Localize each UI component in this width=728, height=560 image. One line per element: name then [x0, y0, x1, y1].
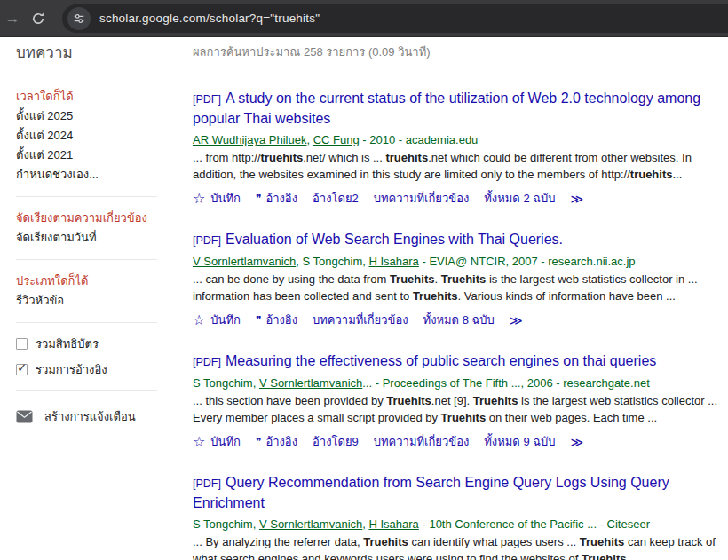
result-snippet: ... By analyzing the referrer data, True…	[193, 533, 721, 560]
all-versions-link[interactable]: ทั้งหมด 8 ฉบับ	[423, 311, 495, 329]
save-button[interactable]: ☆ บันทึก	[193, 311, 241, 329]
create-alert-label: สร้างการแจ้งเตือน	[44, 407, 136, 426]
star-icon: ☆	[193, 313, 205, 327]
cited-by-link[interactable]: อ้างโดย2	[313, 189, 359, 208]
related-articles-link[interactable]: บทความที่เกี่ยวข้อง	[313, 311, 408, 329]
pdf-tag: [PDF]	[193, 234, 221, 247]
related-articles-link[interactable]: บทความที่เกี่ยวข้อง	[374, 432, 470, 451]
create-alert-link[interactable]: สร้างการแจ้งเตือน	[16, 407, 157, 426]
pdf-tag: [PDF]	[193, 93, 221, 106]
sort-by-relevance[interactable]: จัดเรียงตามความเกี่ยวข้อง	[16, 209, 157, 228]
quote-icon: ❞	[256, 437, 260, 447]
result-snippet: ... from http://truehits.net/ which is .…	[193, 149, 721, 183]
all-versions-link[interactable]: ทั้งหมด 2 ฉบับ	[484, 189, 555, 208]
search-result: [PDF]Query Recommendation from Search En…	[193, 473, 721, 560]
save-label: บันทึก	[210, 189, 241, 208]
check-icon: ✓	[17, 360, 28, 375]
cite-button[interactable]: ❞ อ้างอิง	[256, 311, 297, 329]
filter-since-2021[interactable]: ตั้งแต่ 2021	[16, 146, 157, 165]
result-title-link[interactable]: [PDF]Measuring the effectiveness of publ…	[193, 351, 721, 372]
patents-label: รวมสิทธิบัตร	[36, 335, 99, 353]
pdf-tag: [PDF]	[193, 356, 221, 368]
result-title-link[interactable]: [PDF]A study on the current status of th…	[193, 89, 721, 129]
search-result: [PDF]Measuring the effectiveness of publ…	[193, 351, 721, 451]
cite-label: อ้างอิง	[265, 189, 297, 208]
scholar-header: บทความ ผลการค้นหาประมาณ 258 รายการ (0.09…	[0, 37, 728, 67]
reload-icon[interactable]	[25, 12, 51, 26]
result-title: A study on the current status of the uti…	[193, 91, 700, 126]
quote-icon: ❞	[256, 193, 260, 204]
divider	[16, 322, 157, 323]
filter-since-2025[interactable]: ตั้งแต่ 2025	[16, 106, 157, 126]
save-label: บันทึก	[210, 432, 241, 451]
filter-custom-range[interactable]: กำหนดช่วงเอง...	[16, 165, 157, 185]
save-label: บันทึก	[210, 311, 241, 329]
result-title-link[interactable]: [PDF]Query Recommendation from Search En…	[193, 473, 721, 513]
filter-review-articles[interactable]: รีวิวหัวข้อ	[16, 291, 157, 311]
quote-icon: ❞	[256, 315, 260, 326]
envelope-icon	[16, 410, 33, 423]
cite-button[interactable]: ❞ อ้างอิง	[256, 189, 297, 208]
cite-label: อ้างอิง	[265, 432, 297, 451]
cite-button[interactable]: ❞ อ้างอิง	[256, 432, 297, 451]
sort-by-date[interactable]: จัดเรียงตามวันที่	[16, 228, 157, 248]
url-text: scholar.google.com/scholar?q="truehits"	[99, 12, 320, 25]
star-icon: ☆	[193, 192, 205, 206]
patents-checkbox[interactable]	[16, 338, 28, 350]
result-snippet: ... can be done by using the data from T…	[193, 271, 721, 304]
cited-by-link[interactable]: อ้างโดย9	[313, 432, 359, 451]
result-stats: ผลการค้นหาประมาณ 258 รายการ (0.09 วินาที…	[193, 43, 431, 61]
result-byline[interactable]: V Sornlertlamvanich, S Tongchim, H Isaha…	[193, 255, 721, 268]
citations-label: รวมการอ้างอิง	[36, 360, 107, 379]
search-results: [PDF]A study on the current status of th…	[175, 67, 728, 560]
save-button[interactable]: ☆ บันทึก	[193, 432, 241, 451]
address-bar[interactable]: scholar.google.com/scholar?q="truehits"	[62, 4, 728, 33]
result-title: Evaluation of Web Search Engines with Th…	[226, 232, 563, 247]
result-actions: ☆ บันทึก ❞ อ้างอิง อ้างโดย9 บทความที่เกี…	[193, 432, 721, 451]
result-title: Measuring the effectiveness of public se…	[226, 353, 656, 368]
filter-anytime[interactable]: เวลาใดก็ได้	[16, 87, 157, 106]
articles-tab[interactable]: บทความ	[0, 40, 175, 64]
divider	[16, 259, 157, 260]
star-icon: ☆	[193, 435, 205, 449]
result-snippet: ... this section have been provided by T…	[193, 392, 721, 426]
more-actions-icon[interactable]: ≫	[571, 435, 584, 449]
related-articles-link[interactable]: บทความที่เกี่ยวข้อง	[374, 189, 470, 208]
include-patents-option[interactable]: รวมสิทธิบัตร	[16, 335, 157, 353]
pdf-tag: [PDF]	[193, 477, 221, 490]
divider	[16, 390, 157, 391]
save-button[interactable]: ☆ บันทึก	[193, 189, 241, 208]
forward-icon[interactable]: →	[0, 11, 25, 26]
result-byline[interactable]: AR Wudhijaya Philuek, CC Fung - 2010 - a…	[193, 133, 721, 146]
all-versions-link[interactable]: ทั้งหมด 9 ฉบับ	[484, 432, 555, 451]
include-citations-option[interactable]: ✓ รวมการอ้างอิง	[16, 360, 157, 379]
site-settings-icon[interactable]	[67, 7, 91, 30]
result-actions: ☆ บันทึก ❞ อ้างอิง บทความที่เกี่ยวข้อง ท…	[193, 311, 721, 329]
filter-sidebar: เวลาใดก็ได้ ตั้งแต่ 2025 ตั้งแต่ 2024 ตั…	[0, 67, 175, 426]
citations-checkbox[interactable]: ✓	[16, 364, 28, 375]
cite-label: อ้างอิง	[265, 311, 297, 329]
search-result: [PDF]A study on the current status of th…	[193, 89, 721, 208]
result-actions: ☆ บันทึก ❞ อ้างอิง อ้างโดย2 บทความที่เกี…	[193, 189, 721, 208]
more-actions-icon[interactable]: ≫	[571, 192, 584, 206]
result-byline[interactable]: S Tongchim, V Sornlertlamvanich, H Isaha…	[193, 517, 721, 531]
result-byline[interactable]: S Tongchim, V Sornlertlamvanich... - Pro…	[193, 376, 721, 390]
more-actions-icon[interactable]: ≫	[510, 313, 523, 327]
divider	[16, 196, 157, 197]
result-title-link[interactable]: [PDF]Evaluation of Web Search Engines wi…	[193, 230, 721, 250]
result-title: Query Recommendation from Search Engine …	[193, 475, 669, 510]
search-result: [PDF]Evaluation of Web Search Engines wi…	[193, 230, 721, 329]
browser-toolbar: → scholar.google.com/scholar?q="truehits…	[0, 0, 728, 37]
filter-any-type[interactable]: ประเภทใดก็ได้	[16, 272, 157, 291]
filter-since-2024[interactable]: ตั้งแต่ 2024	[16, 126, 157, 146]
